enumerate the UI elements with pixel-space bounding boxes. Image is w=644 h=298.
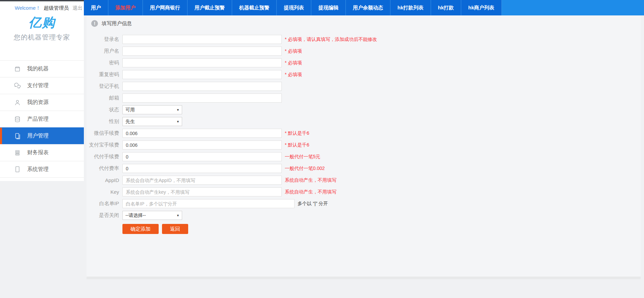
appid-hint: 系统自动产生，不用填写 (285, 177, 336, 183)
daifu-rate-label: 代付费率 (87, 165, 119, 172)
form-row-whitelist-ip: 白名单IP多个以 “|” 分开 (87, 199, 641, 208)
alipay-fee-input[interactable] (122, 140, 282, 150)
chevron-down-icon: ▼ (176, 120, 179, 123)
tab-withdraw-edit[interactable]: 提现编辑 (311, 0, 346, 15)
form-row-gender: 性别先生▼ (87, 117, 641, 126)
tab-user-bank[interactable]: 用户网商银行 (143, 0, 187, 15)
sidebar-item-finance-report[interactable]: 财务报表 (0, 144, 84, 161)
sidebar-item-label: 产品管理 (27, 116, 49, 123)
tab-hk-payment[interactable]: hk打款 (431, 0, 462, 15)
sidebar-item-user-mgmt[interactable]: 用户管理 (0, 127, 84, 144)
wechat-fee-input[interactable] (122, 129, 282, 138)
back-button[interactable]: 返回 (162, 224, 188, 234)
user-name-label: 用户名 (87, 48, 119, 54)
repeat-password-hint: * 必填项 (285, 72, 302, 78)
submit-button[interactable]: 确定添加 (122, 224, 159, 234)
sidebar-item-label: 我的机器 (27, 65, 49, 72)
whitelist-ip-label: 白名单IP (87, 200, 119, 207)
sidebar-item-label: 财务报表 (27, 149, 49, 156)
sidebar-item-label: 用户管理 (27, 132, 49, 139)
logout-link[interactable]: 退出 (72, 5, 83, 11)
welcome-row: Welcome！超级管理员退出 (0, 5, 84, 11)
form-row-alipay-fee: 支付宝手续费* 默认是千6 (87, 140, 641, 150)
status-select[interactable]: 可用▼ (122, 105, 182, 114)
sidebar: Welcome！超级管理员退出 亿购 您的机器管理专家 我的机器支付管理我的资源… (0, 0, 84, 181)
sidebar-item-my-resources[interactable]: 我的资源 (0, 94, 84, 111)
daifu-fee-hint: 一般代付一笔5元 (285, 154, 320, 160)
tab-user-balance-activity[interactable]: 用户余额动态 (346, 0, 390, 15)
status-label: 状态 (87, 107, 119, 113)
appid-label: AppID (87, 177, 119, 183)
daifu-fee-input[interactable] (122, 152, 282, 161)
wechat-fee-hint: * 默认是千6 (285, 130, 309, 136)
repeat-password-input[interactable] (122, 70, 282, 79)
password-label: 密码 (87, 60, 119, 66)
login-name-label: 登录名 (87, 36, 119, 43)
sidebar-item-product-mgmt[interactable]: 产品管理 (0, 111, 84, 127)
login-name-input[interactable] (122, 35, 282, 44)
key-input[interactable] (122, 187, 282, 196)
page-title: 填写用户信息 (102, 20, 132, 27)
appid-input[interactable] (122, 176, 282, 185)
sidebar-item-label: 系统管理 (27, 166, 49, 173)
email-input[interactable] (122, 94, 282, 103)
form-row-user-name: 用户名* 必填项 (87, 47, 641, 56)
payment-chat-icon (13, 82, 21, 90)
welcome-text: Welcome！ (15, 5, 41, 11)
chevron-down-icon: ▼ (176, 108, 179, 112)
user-name-input[interactable] (122, 47, 282, 56)
repeat-password-label: 重复密码 (87, 71, 119, 78)
sidebar-item-label: 我的资源 (27, 99, 49, 106)
user-name-hint: * 必填项 (285, 48, 302, 54)
pages-icon (13, 132, 21, 140)
password-hint: * 必填项 (285, 60, 302, 66)
chevron-down-icon: ▼ (176, 214, 179, 217)
daifu-fee-label: 代付手续费 (87, 154, 119, 160)
form-actions: 确定添加 返回 (122, 224, 641, 234)
content-panel: ! 填写用户信息 登录名* 必填项，请认真填写，添加成功后不能修改用户名* 必填… (87, 15, 641, 279)
panel-header: ! 填写用户信息 (87, 15, 641, 27)
is-closed-select-value: --请选择-- (125, 213, 146, 219)
whitelist-ip-input[interactable] (122, 199, 294, 208)
email-label: 邮箱 (87, 95, 119, 101)
login-name-hint: * 必填项，请认真填写，添加成功后不能修改 (285, 37, 377, 43)
gender-select[interactable]: 先生▼ (122, 117, 182, 126)
brand-tagline: 您的机器管理专家 (0, 33, 84, 42)
machine-icon (13, 65, 21, 73)
form-row-key: Key系统自动产生，不用填写 (87, 187, 641, 196)
sidebar-item-payment-mgmt[interactable]: 支付管理 (0, 77, 84, 94)
form-row-password: 密码* 必填项 (87, 58, 641, 67)
alipay-fee-label: 支付宝手续费 (87, 142, 119, 148)
login-phone-input[interactable] (122, 82, 282, 91)
form-row-login-name: 登录名* 必填项，请认真填写，添加成功后不能修改 (87, 35, 641, 44)
form-row-login-phone: 登记手机 (87, 82, 641, 91)
document-icon (13, 165, 21, 173)
form-row-daifu-fee: 代付手续费一般代付一笔5元 (87, 152, 641, 161)
form-row-email: 邮箱 (87, 94, 641, 103)
form-row-status: 状态可用▼ (87, 105, 641, 114)
tab-withdraw-list[interactable]: 提现列表 (277, 0, 311, 15)
tab-hk-merchant-list[interactable]: hk商户列表 (461, 0, 502, 15)
tab-users[interactable]: 用户 (84, 0, 108, 15)
daifu-rate-input[interactable] (122, 164, 282, 173)
is-closed-label: 是否关闭 (87, 212, 119, 219)
alipay-fee-hint: * 默认是千6 (285, 142, 309, 148)
person-icon (13, 99, 21, 107)
form-row-appid: AppID系统自动产生，不用填写 (87, 176, 641, 185)
key-hint: 系统自动产生，不用填写 (285, 189, 336, 195)
form-row-wechat-fee: 微信手续费* 默认是千6 (87, 129, 641, 138)
tab-hk-payment-list[interactable]: hk打款列表 (390, 0, 431, 15)
sidebar-menu: 我的机器支付管理我的资源产品管理用户管理财务报表系统管理 (0, 60, 84, 178)
sidebar-item-my-machines[interactable]: 我的机器 (0, 60, 84, 77)
sidebar-item-system-mgmt[interactable]: 系统管理 (0, 161, 84, 178)
gender-select-value: 先生 (125, 119, 135, 125)
tab-machine-expire-warning[interactable]: 机器截止预警 (232, 0, 277, 15)
tab-add-user[interactable]: 添加用户 (108, 0, 143, 15)
password-input[interactable] (122, 58, 282, 67)
nav-tabs: 用户添加用户用户网商银行用户截止预警机器截止预警提现列表提现编辑用户余额动态hk… (84, 0, 644, 15)
wechat-fee-label: 微信手续费 (87, 130, 119, 136)
form-row-repeat-password: 重复密码* 必填项 (87, 70, 641, 79)
whitelist-ip-hint: 多个以 “|” 分开 (298, 201, 328, 207)
tab-user-expire-warning[interactable]: 用户截止预警 (187, 0, 232, 15)
is-closed-select[interactable]: --请选择--▼ (122, 211, 182, 220)
